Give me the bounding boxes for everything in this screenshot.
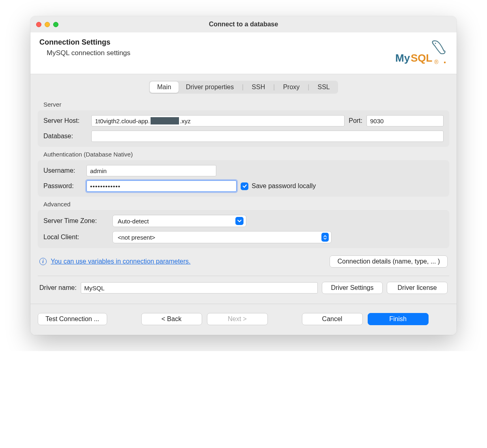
server-group: Server Host: 1t0vigth2.cloud-app..xyz Po… bbox=[38, 110, 449, 147]
content-area: Main Driver properties | SSH | Proxy | S… bbox=[30, 74, 457, 304]
local-client-label: Local Client: bbox=[43, 234, 108, 241]
driver-row: Driver name: Driver Settings Driver lice… bbox=[38, 281, 449, 302]
timezone-label: Server Time Zone: bbox=[43, 217, 108, 225]
info-row: i You can use variables in connection pa… bbox=[38, 248, 449, 269]
database-input[interactable] bbox=[91, 131, 444, 142]
advanced-group: Server Time Zone: Auto-detect Local Clie… bbox=[38, 210, 449, 248]
svg-text:SQL: SQL bbox=[411, 52, 433, 64]
password-label: Password: bbox=[43, 182, 82, 190]
page-subtitle: MySQL connection settings bbox=[39, 49, 130, 57]
auth-group-label: Authentication (Database Native) bbox=[38, 147, 449, 160]
close-window-button[interactable] bbox=[36, 22, 41, 27]
auth-group: Username: Password: Save password locall… bbox=[38, 160, 449, 197]
page-title: Connection Settings bbox=[39, 38, 130, 47]
server-host-input[interactable]: 1t0vigth2.cloud-app..xyz bbox=[91, 115, 345, 126]
maximize-window-button[interactable] bbox=[53, 22, 58, 27]
tab-proxy[interactable]: Proxy bbox=[276, 81, 307, 93]
tab-ssh[interactable]: SSH bbox=[244, 81, 272, 93]
redacted-segment bbox=[151, 117, 179, 124]
stepper-icon bbox=[321, 233, 329, 242]
server-group-label: Server bbox=[38, 97, 449, 110]
svg-text:®: ® bbox=[434, 59, 439, 65]
svg-point-0 bbox=[435, 43, 436, 44]
driver-settings-button[interactable]: Driver Settings bbox=[322, 282, 383, 294]
timezone-select[interactable]: Auto-detect bbox=[112, 215, 246, 227]
username-label: Username: bbox=[43, 167, 82, 174]
tabs: Main Driver properties | SSH | Proxy | S… bbox=[149, 81, 338, 94]
finish-button[interactable]: Finish bbox=[368, 313, 429, 325]
save-password-checkbox[interactable] bbox=[241, 182, 248, 190]
port-label: Port: bbox=[349, 117, 362, 124]
next-button: Next > bbox=[207, 313, 268, 325]
database-label: Database: bbox=[43, 133, 87, 140]
footer-bar: Test Connection ... < Back Next > Cancel… bbox=[30, 304, 457, 335]
header-panel: Connection Settings MySQL connection set… bbox=[30, 32, 457, 74]
test-connection-button[interactable]: Test Connection ... bbox=[38, 313, 107, 325]
info-icon: i bbox=[39, 258, 47, 265]
window-title: Connect to a database bbox=[30, 21, 457, 28]
tab-main[interactable]: Main bbox=[150, 81, 179, 93]
connection-details-button[interactable]: Connection details (name, type, ... ) bbox=[330, 255, 448, 268]
traffic-lights bbox=[30, 22, 58, 27]
svg-text:My: My bbox=[395, 52, 410, 64]
back-button[interactable]: < Back bbox=[141, 313, 202, 325]
titlebar: Connect to a database bbox=[30, 16, 457, 32]
server-host-label: Server Host: bbox=[43, 117, 87, 124]
advanced-group-label: Advanced bbox=[38, 197, 449, 210]
driver-name-input[interactable] bbox=[81, 282, 318, 294]
dialog-window: Connect to a database Connection Setting… bbox=[30, 16, 457, 335]
minimize-window-button[interactable] bbox=[45, 22, 50, 27]
chevron-down-icon bbox=[235, 217, 244, 225]
tab-driver-properties[interactable]: Driver properties bbox=[179, 81, 241, 93]
divider bbox=[38, 276, 449, 276]
tab-ssl[interactable]: SSL bbox=[310, 81, 337, 93]
username-input[interactable] bbox=[86, 165, 216, 176]
password-input[interactable] bbox=[86, 180, 237, 192]
check-icon bbox=[242, 184, 247, 189]
driver-name-label: Driver name: bbox=[39, 284, 77, 292]
driver-license-button[interactable]: Driver license bbox=[387, 282, 448, 294]
mysql-logo-icon: My SQL ® bbox=[393, 38, 448, 66]
variables-link[interactable]: You can use variables in connection para… bbox=[51, 258, 191, 265]
svg-point-4 bbox=[444, 62, 446, 63]
cancel-button[interactable]: Cancel bbox=[302, 313, 363, 325]
port-input[interactable] bbox=[366, 115, 444, 126]
save-password-label: Save password locally bbox=[252, 182, 316, 190]
local-client-select[interactable]: <not present> bbox=[112, 231, 332, 243]
